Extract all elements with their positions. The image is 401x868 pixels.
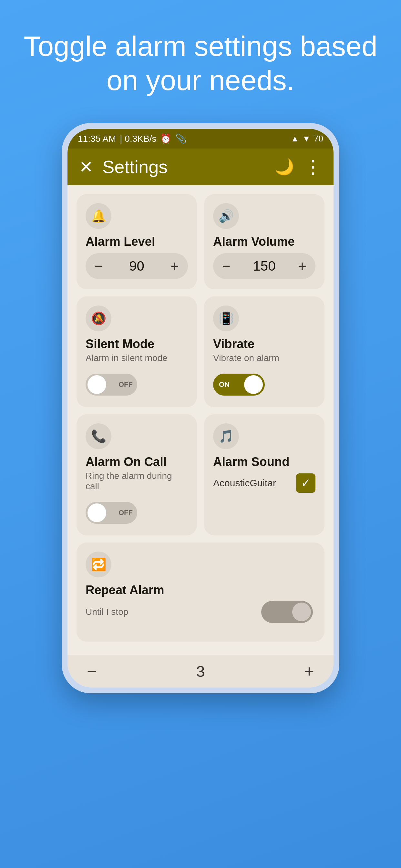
status-bar: 11:35 AM | 0.3KB/s ⏰ 📎 ▲ ▼ 70: [67, 129, 334, 149]
alarm-level-stepper: − 90 +: [86, 253, 188, 279]
alarm-sound-row: AcousticGuitar ✓: [213, 473, 315, 493]
alarm-on-call-subtitle: Ring the alarm during call: [86, 471, 188, 492]
repeat-alarm-title: Repeat Alarm: [86, 583, 313, 597]
vibrate-title: Vibrate: [213, 337, 315, 351]
alarm-volume-icon-wrap: 🔊: [213, 203, 239, 229]
repeat-alarm-toggle[interactable]: [261, 601, 313, 623]
vibrate-icon-wrap: 📳: [213, 306, 239, 331]
silent-mode-toggle[interactable]: OFF: [86, 374, 137, 396]
alarm-volume-value: 150: [253, 258, 275, 274]
battery-indicator: 70: [314, 134, 323, 144]
repeat-alarm-icon-wrap: 🔁: [86, 552, 112, 578]
repeat-alarm-card: 🔁 Repeat Alarm Until I stop: [76, 542, 325, 642]
more-options-icon[interactable]: ⋮: [304, 156, 322, 177]
app-bar: ✕ Settings 🌙 ⋮: [67, 149, 334, 185]
alarm-level-value: 90: [129, 258, 144, 274]
app-bar-left: ✕ Settings: [79, 156, 167, 177]
hero-title: Toggle alarm settings based on your need…: [0, 29, 401, 97]
row-2: 🔕 Silent Mode Alarm in silent mode OFF 📳…: [76, 297, 325, 407]
page-number: 3: [196, 662, 205, 680]
signal-icon: ▲: [291, 134, 299, 144]
alarm-sound-name: AcousticGuitar: [213, 477, 276, 489]
clip-icon: 📎: [175, 133, 187, 144]
status-data: | 0.3KB/s: [120, 134, 156, 144]
alarm-sound-title: Alarm Sound: [213, 455, 315, 469]
vibrate-card: 📳 Vibrate Vibrate on alarm ON: [204, 297, 325, 407]
alarm-volume-stepper: − 150 +: [213, 253, 315, 279]
toggle-on-label: ON: [219, 380, 229, 389]
alarm-volume-title: Alarm Volume: [213, 235, 315, 249]
status-right: ▲ ▼ 70: [291, 134, 323, 144]
bottom-minus[interactable]: −: [87, 662, 96, 681]
toggle-off-label: OFF: [119, 380, 133, 389]
night-mode-icon[interactable]: 🌙: [275, 158, 294, 176]
settings-content: 🔔 Alarm Level − 90 + 🔊 Alarm Volume: [67, 185, 334, 655]
volume-icon: 🔊: [219, 209, 234, 223]
checkmark-icon: ✓: [301, 476, 311, 490]
silent-mode-subtitle: Alarm in silent mode: [86, 353, 188, 363]
alarm-icon: ⏰: [160, 133, 172, 144]
alarm-volume-plus[interactable]: +: [298, 259, 306, 273]
alarm-level-title: Alarm Level: [86, 235, 188, 249]
status-time: 11:35 AM: [78, 134, 116, 144]
toggle-mid-knob: [292, 602, 311, 621]
alarm-sound-card: 🎵 Alarm Sound AcousticGuitar ✓: [204, 414, 325, 535]
silent-mode-card: 🔕 Silent Mode Alarm in silent mode OFF: [76, 297, 197, 407]
status-left: 11:35 AM | 0.3KB/s ⏰ 📎: [78, 133, 187, 144]
bottom-plus[interactable]: +: [305, 662, 314, 681]
phone-shell: 11:35 AM | 0.3KB/s ⏰ 📎 ▲ ▼ 70 ✕ Settings…: [62, 123, 339, 693]
toggle-knob-call: [88, 503, 106, 522]
vibrate-subtitle: Vibrate on alarm: [213, 353, 315, 363]
silent-icon: 🔕: [91, 311, 106, 326]
alarm-volume-minus[interactable]: −: [222, 259, 230, 273]
music-note-icon: 🎵: [219, 429, 234, 443]
phone-screen: 11:35 AM | 0.3KB/s ⏰ 📎 ▲ ▼ 70 ✕ Settings…: [67, 129, 334, 687]
toggle-knob: [88, 375, 106, 394]
alarm-volume-card: 🔊 Alarm Volume − 150 +: [204, 194, 325, 289]
alarm-on-call-title: Alarm On Call: [86, 455, 188, 469]
toggle-off-label-call: OFF: [119, 508, 133, 517]
alarm-on-call-toggle[interactable]: OFF: [86, 502, 137, 524]
wifi-icon: ▼: [302, 134, 311, 144]
repeat-alarm-toggle-area: Until I stop: [86, 601, 313, 623]
repeat-alarm-subtitle: Until I stop: [86, 607, 128, 617]
app-bar-actions: 🌙 ⋮: [275, 156, 322, 177]
alarm-level-minus[interactable]: −: [95, 259, 103, 273]
vibrate-toggle[interactable]: ON: [213, 374, 265, 396]
close-button[interactable]: ✕: [79, 157, 93, 177]
alarm-on-call-card: 📞 Alarm On Call Ring the alarm during ca…: [76, 414, 197, 535]
bottom-bar: − 3 +: [67, 655, 334, 687]
row-3: 📞 Alarm On Call Ring the alarm during ca…: [76, 414, 325, 535]
alarm-on-call-icon-wrap: 📞: [86, 423, 112, 449]
silent-mode-icon-wrap: 🔕: [86, 306, 112, 331]
alarm-bell-icon: 🔔: [91, 209, 106, 223]
phone-ring-icon: 📞: [91, 429, 106, 443]
vibrate-icon: 📳: [219, 311, 234, 326]
app-bar-title: Settings: [102, 156, 167, 177]
alarm-level-card: 🔔 Alarm Level − 90 +: [76, 194, 197, 289]
toggle-on-knob: [244, 375, 263, 394]
repeat-icon: 🔁: [91, 557, 106, 571]
silent-mode-title: Silent Mode: [86, 337, 188, 351]
alarm-level-plus[interactable]: +: [171, 259, 179, 273]
alarm-sound-icon-wrap: 🎵: [213, 423, 239, 449]
alarm-sound-checkbox[interactable]: ✓: [296, 473, 315, 493]
alarm-level-icon-wrap: 🔔: [86, 203, 112, 229]
row-1: 🔔 Alarm Level − 90 + 🔊 Alarm Volume: [76, 194, 325, 289]
